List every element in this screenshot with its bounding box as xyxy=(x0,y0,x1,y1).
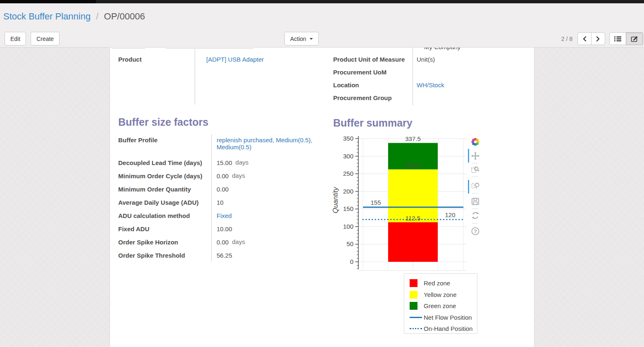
field-label-procurement-uom: Procurement UoM xyxy=(333,69,413,76)
field-label-buffer-profile: Buffer Profile xyxy=(118,136,211,144)
field-row-order-spike-threshold: Order Spike Threshold56.25 xyxy=(118,251,325,264)
field-label-order-spike-threshold: Order Spike Threshold xyxy=(118,252,211,259)
field-value-order-spike-horizon: 0.00days xyxy=(211,239,245,246)
modebar-separator xyxy=(472,208,478,209)
legend-item-on-hand-position[interactable]: On-Hand Position xyxy=(410,323,477,335)
modebar-separator xyxy=(472,223,478,224)
caret-down-icon xyxy=(310,38,313,40)
edit-form-icon xyxy=(631,36,638,42)
field-value-decoupled-lead-time-days: 15.00days xyxy=(211,159,248,166)
breadcrumb: Stock Buffer Planning / OP/00006 xyxy=(3,11,145,22)
pager-next-button[interactable] xyxy=(591,32,605,45)
field-label-location: Location xyxy=(333,81,413,89)
field-label-product-unit-of-measure: Product Unit of Measure xyxy=(333,56,413,63)
toolbar-left: Edit Create xyxy=(5,32,60,45)
y-axis-tick-label: 50 xyxy=(346,240,353,247)
field-label-adu-calculation-method: ADU calculation method xyxy=(118,212,211,219)
breadcrumb-current: OP/00006 xyxy=(104,11,145,22)
edit-button[interactable]: Edit xyxy=(5,32,26,45)
field-label-minimum-order-cycle-days: Minimum Order Cycle (days) xyxy=(118,172,211,179)
legend-label-on-hand-position: On-Hand Position xyxy=(424,325,472,332)
action-dropdown-label: Action xyxy=(290,36,306,42)
legend-item-net-flow-position[interactable]: Net Flow Position xyxy=(410,312,477,323)
bar-segment-label: 262.5 xyxy=(405,162,421,169)
breadcrumb-separator: / xyxy=(96,11,98,22)
product-fields-left: Product[ADPT] USB Adapter xyxy=(118,48,327,67)
legend-item-red-zone[interactable]: Red zone xyxy=(410,278,477,289)
pager-nav-group xyxy=(577,32,605,45)
buffer-size-factors-title: Buffer size factors xyxy=(118,116,208,128)
content-area: Product[ADPT] USB Adapter My Company Pro… xyxy=(0,48,644,347)
field-label-product: Product xyxy=(118,56,195,63)
save-image-icon[interactable] xyxy=(471,197,480,206)
y-axis-tick-label: 300 xyxy=(343,153,353,160)
y-axis-tick-label: 100 xyxy=(343,223,353,230)
field-row-procurement-uom: Procurement UoM xyxy=(333,67,535,80)
toolbar-center: Action xyxy=(284,32,319,45)
field-row-fixed-adu: Fixed ADU10.00 xyxy=(118,224,325,237)
clipped-row-spacer xyxy=(118,48,327,55)
chevron-right-icon xyxy=(596,36,600,42)
legend-item-yellow-zone[interactable]: Yellow zone xyxy=(410,289,477,301)
legend-swatch-on-hand-position xyxy=(410,328,424,329)
view-switcher-group xyxy=(609,32,643,45)
reset-axes-icon[interactable] xyxy=(471,211,480,220)
zoom-select-icon[interactable] xyxy=(471,165,480,174)
field-label-procurement-group: Procurement Group xyxy=(333,94,413,101)
screen: Stock Buffer Planning / OP/00006 Edit Cr… xyxy=(0,0,644,347)
svg-text:?: ? xyxy=(474,229,477,235)
form-sheet: Product[ADPT] USB Adapter My Company Pro… xyxy=(110,48,534,347)
legend-swatch-green-zone xyxy=(410,302,424,310)
pager-previous-button[interactable] xyxy=(577,32,592,45)
field-label-minimum-order-quantity: Minimum Order Quantity xyxy=(118,186,211,193)
pager-counter: 2 / 8 xyxy=(561,36,572,42)
control-panel: Stock Buffer Planning / OP/00006 Edit Cr… xyxy=(0,3,644,48)
reference-line-label-on-hand-position: 120 xyxy=(445,211,455,218)
y-axis-tick-label: 250 xyxy=(343,170,353,177)
legend-item-green-zone[interactable]: Green zone xyxy=(410,300,477,312)
buffer-size-factors-fields: Buffer Profilereplenish purchased, Mediu… xyxy=(118,135,325,264)
company-field-value-clipped: My Company xyxy=(420,48,460,50)
field-value-buffer-profile[interactable]: replenish purchased, Medium(0.5), Medium… xyxy=(211,136,321,151)
legend-label-yellow-zone: Yellow zone xyxy=(424,291,457,298)
y-axis-title: Quantity xyxy=(332,187,339,213)
action-dropdown-button[interactable]: Action xyxy=(284,32,319,45)
chevron-left-icon xyxy=(582,36,587,42)
legend-label-net-flow-position: Net Flow Position xyxy=(424,314,472,321)
chart-bar-red-zone xyxy=(388,222,438,262)
field-label-fixed-adu: Fixed ADU xyxy=(118,225,211,232)
list-icon xyxy=(614,36,621,42)
field-value-product[interactable]: [ADPT] USB Adapter xyxy=(195,56,264,63)
toolbar-right: 2 / 8 xyxy=(561,32,643,45)
modebar-separator xyxy=(472,193,478,194)
lasso-select-icon[interactable] xyxy=(471,181,480,190)
field-value-minimum-order-cycle-days: 0.00days xyxy=(211,172,245,179)
modebar-separator xyxy=(472,177,478,177)
field-value-location[interactable]: WH/Stock xyxy=(413,81,444,89)
field-suffix-order-spike-horizon: days xyxy=(232,238,245,245)
pan-icon[interactable] xyxy=(471,151,480,160)
legend-swatch-net-flow-position xyxy=(410,317,424,318)
field-suffix-minimum-order-cycle-days: days xyxy=(232,172,245,179)
modebar-active-indicator xyxy=(468,180,469,194)
field-row-location: LocationWH/Stock xyxy=(333,80,535,93)
list-view-button[interactable] xyxy=(609,32,626,45)
plotly-logo-icon[interactable] xyxy=(471,137,480,146)
breadcrumb-parent-link[interactable]: Stock Buffer Planning xyxy=(3,11,91,22)
top-navbar xyxy=(0,0,644,3)
buffer-chart-svg: 112.5262.5337.51551200501001502002503003… xyxy=(331,134,467,275)
y-axis-tick-label: 350 xyxy=(343,135,353,142)
field-row-buffer-profile: Buffer Profilereplenish purchased, Mediu… xyxy=(118,135,325,158)
top-navbar-segment xyxy=(0,0,96,3)
field-label-decoupled-lead-time-days: Decoupled Lead Time (days) xyxy=(118,159,211,166)
field-value-average-daily-usage-adu: 10 xyxy=(211,199,224,206)
bar-segment-label: 337.5 xyxy=(405,135,421,142)
field-row-adu-calculation-method: ADU calculation methodFixed xyxy=(118,211,325,224)
legend-swatch-red-zone xyxy=(410,279,424,287)
form-view-button[interactable] xyxy=(626,32,643,45)
field-value-adu-calculation-method[interactable]: Fixed xyxy=(211,212,232,219)
bar-segment-label: 112.5 xyxy=(405,215,420,222)
help-icon[interactable]: ? xyxy=(471,227,480,236)
create-button[interactable]: Create xyxy=(31,32,60,45)
clipped-company-row: My Company xyxy=(333,48,535,55)
